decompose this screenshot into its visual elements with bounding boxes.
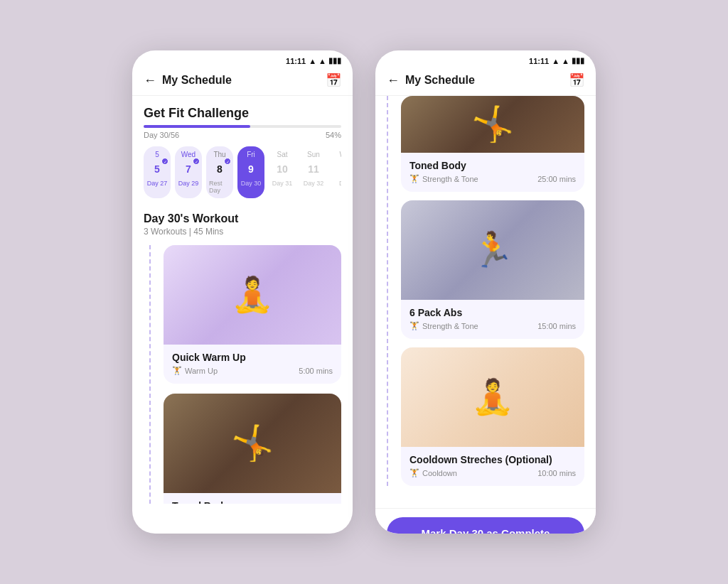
status-bar-left: 11:11 ▲ ▲ ▮▮▮ — [132, 50, 353, 68]
warmup-type: 🏋 Warm Up — [172, 366, 218, 375]
workout-card-toned[interactable]: 🤸 Toned Body 🏋 Strength & Tone 25:00 min… — [164, 394, 341, 504]
timeline-line — [149, 245, 151, 504]
right-cooldown-type: 🏋 Cooldown — [410, 468, 457, 477]
right-scroll-content[interactable]: 🤸 Toned Body 🏋 Strength & Tone 25:00 min… — [375, 96, 596, 508]
page-title-right: My Schedule — [405, 74, 475, 87]
dumbbell-icon-r2: 🏋 — [410, 321, 419, 330]
back-button-right[interactable]: ← — [387, 73, 400, 88]
right-abs-info: 6 Pack Abs 🏋 Strength & Tone 15:00 mins — [401, 300, 584, 339]
progress-bar-fill — [144, 125, 250, 128]
right-item-toned: 🤸 Toned Body 🏋 Strength & Tone 25:00 min… — [401, 96, 596, 192]
right-cooldown-duration: 10:00 mins — [537, 469, 576, 477]
right-cooldown-image: 🧘 — [401, 347, 584, 447]
check-badge-thu — [224, 158, 231, 165]
progress-percent: 54% — [326, 131, 341, 139]
workout-card-warmup[interactable]: 🧘 Quick Warm Up 🏋 Warm Up 5:00 mins — [164, 245, 341, 384]
challenge-section: Get Fit Challenge Day 30/56 54% 5 5 Day … — [132, 96, 353, 205]
warmup-meta: 🏋 Warm Up 5:00 mins — [172, 366, 333, 375]
right-toned-info: Toned Body 🏋 Strength & Tone 25:00 mins — [401, 153, 584, 192]
right-abs-meta: 🏋 Strength & Tone 15:00 mins — [410, 321, 576, 330]
header-left: ← My Schedule 📅 — [132, 68, 353, 96]
right-item-cooldown: 🧘 Cooldown Streches (Optional) 🏋 Cooldow… — [401, 347, 596, 486]
wifi-icon: ▲ — [318, 57, 326, 65]
workout-item-2: 🤸 Toned Body 🏋 Strength & Tone 25:00 min… — [164, 394, 341, 504]
challenge-title: Get Fit Challenge — [144, 106, 341, 121]
right-abs-image: 🏃 — [401, 200, 584, 300]
header-right-content: ← My Schedule — [387, 73, 475, 88]
right-abs-type: 🏋 Strength & Tone — [410, 321, 478, 330]
mark-complete-button[interactable]: Mark Day 30 as Complete — [387, 517, 584, 534]
signal-icon-r: ▲ — [552, 57, 560, 65]
dumbbell-icon-r3: 🏋 — [410, 468, 419, 477]
right-card-abs[interactable]: 🏃 6 Pack Abs 🏋 Strength & Tone 15:00 min… — [401, 200, 584, 339]
status-bar-right: 11:11 ▲ ▲ ▮▮▮ — [375, 50, 596, 68]
complete-btn-container: Mark Day 30 as Complete — [375, 508, 596, 534]
workout-item-1: 🧘 Quick Warm Up 🏋 Warm Up 5:00 mins — [164, 245, 341, 384]
day-label: Day 30/56 — [144, 131, 179, 139]
right-card-cooldown[interactable]: 🧘 Cooldown Streches (Optional) 🏋 Cooldow… — [401, 347, 584, 486]
toned-name: Toned Body — [172, 500, 333, 504]
progress-bar-container — [144, 125, 341, 128]
warmup-name: Quick Warm Up — [172, 352, 333, 363]
dumbbell-icon-r1: 🏋 — [410, 174, 419, 183]
toned-image: 🤸 — [164, 394, 341, 493]
time-left: 11:11 — [286, 57, 306, 65]
calendar-button[interactable]: 📅 — [326, 72, 341, 88]
right-cooldown-meta: 🏋 Cooldown 10:00 mins — [410, 468, 576, 477]
day-item-sun[interactable]: Sun 11 Day 32 — [300, 146, 327, 198]
right-phone: 11:11 ▲ ▲ ▮▮▮ ← My Schedule 📅 🤸 — [375, 50, 596, 534]
right-cooldown-info: Cooldown Streches (Optional) 🏋 Cooldown … — [401, 447, 584, 486]
time-right: 11:11 — [529, 57, 549, 65]
right-toned-type: 🏋 Strength & Tone — [410, 174, 478, 183]
day-item-0[interactable]: 5 5 Day 27 — [144, 146, 171, 198]
page-title: My Schedule — [162, 74, 232, 87]
right-abs-duration: 15:00 mins — [537, 322, 576, 330]
right-toned-name: Toned Body — [410, 160, 576, 171]
workout-day-title: Day 30's Workout — [144, 212, 341, 225]
right-timeline-wrapper: 🤸 Toned Body 🏋 Strength & Tone 25:00 min… — [375, 96, 596, 486]
wifi-icon-r: ▲ — [562, 57, 569, 65]
dumbbell-icon-1: 🏋 — [172, 366, 182, 375]
status-icons-right: ▲ ▲ ▮▮▮ — [552, 56, 584, 65]
right-cooldown-name: Cooldown Streches (Optional) — [410, 454, 576, 465]
workout-subtitle: 3 Workouts | 45 Mins — [144, 227, 341, 237]
header-left-content: ← My Schedule — [144, 73, 232, 88]
workout-section: Day 30's Workout 3 Workouts | 45 Mins 🧘 … — [132, 205, 353, 504]
back-button[interactable]: ← — [144, 73, 156, 88]
check-badge-0 — [161, 158, 168, 165]
day-item-sat[interactable]: Sat 10 Day 31 — [269, 146, 296, 198]
workout-list: 🧘 Quick Warm Up 🏋 Warm Up 5:00 mins — [144, 245, 341, 504]
day-item-wed[interactable]: Wed 7 Day 29 — [175, 146, 202, 198]
right-item-abs: 🏃 6 Pack Abs 🏋 Strength & Tone 15:00 min… — [401, 200, 596, 339]
right-toned-meta: 🏋 Strength & Tone 25:00 mins — [410, 174, 576, 183]
right-abs-name: 6 Pack Abs — [410, 307, 576, 318]
day-item-we[interactable]: We 7 Day — [331, 146, 341, 198]
toned-info: Toned Body 🏋 Strength & Tone 25:00 mins — [164, 493, 341, 504]
day-item-fri[interactable]: Fri 9 Day 30 — [237, 146, 264, 198]
check-badge-wed — [193, 158, 200, 165]
right-card-toned[interactable]: 🤸 Toned Body 🏋 Strength & Tone 25:00 min… — [401, 96, 584, 192]
timeline-line-right — [387, 96, 388, 486]
day-item-thu[interactable]: Thu 8 Rest Day — [206, 146, 233, 198]
status-icons-left: ▲ ▲ ▮▮▮ — [309, 56, 341, 65]
header-right: ← My Schedule 📅 — [375, 68, 596, 96]
progress-label: Day 30/56 54% — [144, 131, 341, 139]
warmup-image: 🧘 — [164, 245, 341, 345]
calendar-button-right[interactable]: 📅 — [569, 72, 584, 88]
battery-icon-r: ▮▮▮ — [572, 56, 584, 65]
right-toned-image: 🤸 — [401, 96, 584, 153]
left-phone: 11:11 ▲ ▲ ▮▮▮ ← My Schedule 📅 Get Fit Ch… — [132, 50, 353, 534]
signal-icon: ▲ — [309, 57, 316, 65]
warmup-duration: 5:00 mins — [299, 367, 333, 375]
battery-icon: ▮▮▮ — [328, 56, 341, 65]
right-toned-duration: 25:00 mins — [537, 175, 576, 183]
warmup-info: Quick Warm Up 🏋 Warm Up 5:00 mins — [164, 345, 341, 384]
calendar-strip: 5 5 Day 27 Wed 7 Day 29 Thu 8 — [144, 146, 341, 205]
